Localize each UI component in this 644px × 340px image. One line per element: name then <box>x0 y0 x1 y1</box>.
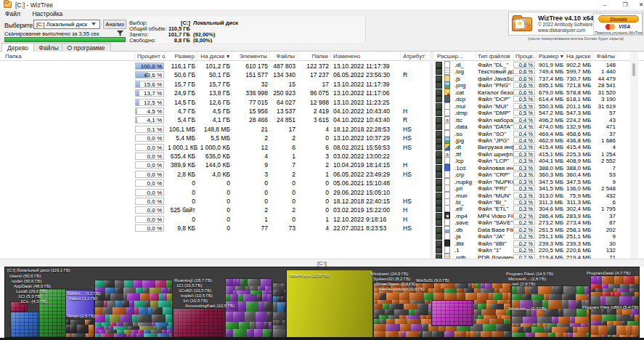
treemap-block[interactable] <box>230 294 238 301</box>
treemap-block[interactable] <box>576 309 587 317</box>
tree-row[interactable]: Downloads0,0 %0000029.06.2022 15:05:10 <box>0 188 430 197</box>
treemap-block[interactable] <box>95 333 101 337</box>
treemap-block[interactable] <box>496 324 510 331</box>
treemap-block[interactable] <box>238 294 243 301</box>
treemap-block[interactable] <box>523 294 531 300</box>
treemap-block[interactable] <box>140 294 150 301</box>
maximize-button[interactable]: ❐ <box>617 0 633 9</box>
treemap-block[interactable] <box>374 319 380 324</box>
treemap-block[interactable] <box>282 320 285 325</box>
column-header[interactable]: Размер ▾ <box>537 52 564 61</box>
treemap-block[interactable] <box>233 312 245 322</box>
extension-row[interactable]: .bi_Файл "BI_"0,3 %311,3 МБ311,3 МБ6 <box>433 199 644 206</box>
treemap-region[interactable] <box>591 309 639 337</box>
extension-row[interactable]: .munФайл "MUN"0,3 %313,0 МБ75,9 МБ432 <box>433 193 644 199</box>
treemap-block[interactable] <box>591 335 602 337</box>
treemap-block[interactable] <box>386 293 399 300</box>
treemap-block[interactable] <box>269 322 272 329</box>
treemap-block[interactable] <box>113 307 126 315</box>
treemap-block[interactable] <box>616 325 626 335</box>
column-header[interactable]: Процент о... <box>135 52 166 61</box>
treemap-block[interactable] <box>502 293 508 300</box>
treemap-block[interactable] <box>137 315 152 323</box>
tree-row[interactable]: +Windows13,7 %24,9 ГБ13,8 ГБ336 998250 9… <box>0 89 430 97</box>
treemap-block[interactable] <box>374 331 386 337</box>
tree-row[interactable]: +Temp0,0 %635,4 КБ636,0 КБ41303.02.2022 … <box>0 152 430 161</box>
treemap-block[interactable] <box>386 331 399 337</box>
treemap-block[interactable] <box>126 307 134 315</box>
treemap-block[interactable] <box>383 304 389 309</box>
treemap-block[interactable] <box>386 324 400 331</box>
treemap-block[interactable] <box>568 300 576 309</box>
treemap-block[interactable] <box>270 329 272 337</box>
extension-row[interactable]: .catКаталог безопа0,6 %679,0 МБ578,8 МБ3… <box>433 89 644 96</box>
treemap-region[interactable] <box>273 283 285 337</box>
treemap-block[interactable] <box>504 331 510 337</box>
treemap-block[interactable] <box>103 307 113 315</box>
treemap-block[interactable] <box>512 333 526 337</box>
treemap-region[interactable] <box>174 309 224 337</box>
treemap-block[interactable] <box>409 293 424 300</box>
treemap-block[interactable] <box>105 280 115 288</box>
treemap-block[interactable] <box>531 327 544 333</box>
treemap-region[interactable] <box>226 279 272 337</box>
treemap-block[interactable] <box>575 317 589 323</box>
treemap-block[interactable] <box>492 283 502 288</box>
treemap-block[interactable] <box>273 312 285 320</box>
treemap-block[interactable] <box>614 276 624 284</box>
treemap-block[interactable] <box>470 331 476 337</box>
treemap-block[interactable] <box>558 317 570 323</box>
treemap-block[interactable] <box>247 329 254 337</box>
treemap-block[interactable] <box>526 333 535 337</box>
treemap-block[interactable] <box>239 322 250 329</box>
extension-row[interactable]: .dl_Файл "DL_"0,8 %901,9 МБ902,2 МБ148 <box>433 62 644 68</box>
scrollbar-thumb[interactable] <box>632 63 635 76</box>
treemap-block[interactable] <box>415 309 428 315</box>
extension-row[interactable]: .muiФайл "MUI"0,5 %550,3 МБ201,1 МБ31 61… <box>433 103 644 110</box>
treemap-region[interactable] <box>287 270 372 337</box>
treemap-block[interactable] <box>110 315 121 323</box>
treemap-block[interactable] <box>142 280 155 288</box>
treemap-block[interactable] <box>558 309 563 317</box>
treemap-block[interactable] <box>129 301 134 307</box>
treemap-block[interactable] <box>121 315 132 323</box>
treemap-block[interactable] <box>433 293 444 300</box>
extension-row[interactable]: .dataФайл "DATA"0,4 %474,0 МБ132,9 МБ471 <box>433 124 644 130</box>
tree-row[interactable]: +$Recycle.Bin0,0 %9,8 КБ07773422.07.2021… <box>0 224 430 232</box>
treemap-block[interactable] <box>587 294 589 300</box>
treemap-block[interactable] <box>226 322 239 329</box>
treemap-block[interactable] <box>258 301 264 312</box>
treemap-block[interactable] <box>555 333 563 337</box>
treemap-block[interactable] <box>273 329 285 337</box>
treemap-region[interactable] <box>66 320 94 337</box>
treemap-block[interactable] <box>483 324 496 331</box>
treemap-block[interactable] <box>602 315 616 321</box>
treemap-block[interactable] <box>632 325 639 335</box>
treemap-block[interactable] <box>238 301 246 312</box>
treemap-block[interactable] <box>608 325 616 335</box>
treemap-block[interactable] <box>624 276 635 284</box>
treemap-block[interactable] <box>422 324 428 331</box>
treemap-block[interactable] <box>70 325 77 333</box>
treemap-block[interactable] <box>512 327 518 333</box>
treemap-block[interactable] <box>226 312 233 322</box>
treemap-block[interactable] <box>607 309 616 315</box>
treemap-block[interactable] <box>70 320 85 325</box>
tab-tree[interactable]: Дерево <box>1 43 34 52</box>
treemap-block[interactable] <box>105 294 110 301</box>
treemap-block[interactable] <box>254 329 263 337</box>
treemap-block[interactable] <box>444 293 457 300</box>
extension-row[interactable]: .logТекстовый доку0,6 %749,4 МБ599,7 МБ1… <box>433 68 644 75</box>
treemap-block[interactable] <box>576 294 587 300</box>
treemap-block[interactable] <box>631 335 637 337</box>
treemap-block[interactable] <box>139 307 148 315</box>
treemap-block[interactable] <box>502 283 510 288</box>
treemap-block[interactable] <box>115 288 123 294</box>
treemap-block[interactable] <box>374 324 386 331</box>
donate-button[interactable]: Donate <box>598 15 639 23</box>
treemap-block[interactable] <box>72 333 86 337</box>
treemap-block[interactable] <box>136 333 144 337</box>
treemap-block[interactable] <box>166 280 171 288</box>
treemap-block[interactable] <box>591 296 600 305</box>
treemap-block[interactable] <box>493 293 502 300</box>
